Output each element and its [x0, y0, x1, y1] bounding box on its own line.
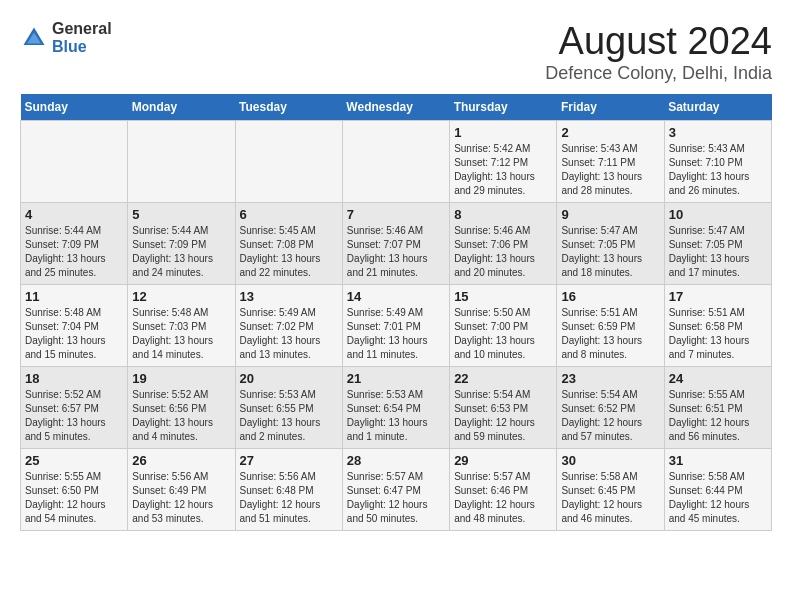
day-info: Sunrise: 5:56 AM Sunset: 6:49 PM Dayligh…	[132, 470, 230, 526]
day-info: Sunrise: 5:46 AM Sunset: 7:06 PM Dayligh…	[454, 224, 552, 280]
calendar-cell: 15Sunrise: 5:50 AM Sunset: 7:00 PM Dayli…	[450, 285, 557, 367]
day-info: Sunrise: 5:51 AM Sunset: 6:59 PM Dayligh…	[561, 306, 659, 362]
day-number: 2	[561, 125, 659, 140]
calendar-cell: 27Sunrise: 5:56 AM Sunset: 6:48 PM Dayli…	[235, 449, 342, 531]
day-number: 22	[454, 371, 552, 386]
day-number: 30	[561, 453, 659, 468]
day-number: 6	[240, 207, 338, 222]
day-info: Sunrise: 5:50 AM Sunset: 7:00 PM Dayligh…	[454, 306, 552, 362]
calendar-week-row: 11Sunrise: 5:48 AM Sunset: 7:04 PM Dayli…	[21, 285, 772, 367]
day-info: Sunrise: 5:49 AM Sunset: 7:02 PM Dayligh…	[240, 306, 338, 362]
day-number: 9	[561, 207, 659, 222]
day-info: Sunrise: 5:42 AM Sunset: 7:12 PM Dayligh…	[454, 142, 552, 198]
calendar-cell: 17Sunrise: 5:51 AM Sunset: 6:58 PM Dayli…	[664, 285, 771, 367]
calendar-cell: 31Sunrise: 5:58 AM Sunset: 6:44 PM Dayli…	[664, 449, 771, 531]
day-info: Sunrise: 5:52 AM Sunset: 6:56 PM Dayligh…	[132, 388, 230, 444]
logo-general-label: General	[52, 20, 112, 38]
day-info: Sunrise: 5:54 AM Sunset: 6:52 PM Dayligh…	[561, 388, 659, 444]
day-info: Sunrise: 5:53 AM Sunset: 6:55 PM Dayligh…	[240, 388, 338, 444]
day-info: Sunrise: 5:52 AM Sunset: 6:57 PM Dayligh…	[25, 388, 123, 444]
day-info: Sunrise: 5:55 AM Sunset: 6:50 PM Dayligh…	[25, 470, 123, 526]
calendar-cell: 21Sunrise: 5:53 AM Sunset: 6:54 PM Dayli…	[342, 367, 449, 449]
calendar-cell: 29Sunrise: 5:57 AM Sunset: 6:46 PM Dayli…	[450, 449, 557, 531]
day-info: Sunrise: 5:44 AM Sunset: 7:09 PM Dayligh…	[132, 224, 230, 280]
day-number: 31	[669, 453, 767, 468]
calendar-cell: 13Sunrise: 5:49 AM Sunset: 7:02 PM Dayli…	[235, 285, 342, 367]
day-number: 12	[132, 289, 230, 304]
location-title: Defence Colony, Delhi, India	[545, 63, 772, 84]
day-info: Sunrise: 5:43 AM Sunset: 7:11 PM Dayligh…	[561, 142, 659, 198]
header-wednesday: Wednesday	[342, 94, 449, 121]
day-number: 7	[347, 207, 445, 222]
calendar-cell: 3Sunrise: 5:43 AM Sunset: 7:10 PM Daylig…	[664, 121, 771, 203]
day-number: 15	[454, 289, 552, 304]
month-title: August 2024	[545, 20, 772, 63]
day-number: 13	[240, 289, 338, 304]
calendar-cell: 6Sunrise: 5:45 AM Sunset: 7:08 PM Daylig…	[235, 203, 342, 285]
calendar-cell: 4Sunrise: 5:44 AM Sunset: 7:09 PM Daylig…	[21, 203, 128, 285]
day-info: Sunrise: 5:57 AM Sunset: 6:46 PM Dayligh…	[454, 470, 552, 526]
day-info: Sunrise: 5:48 AM Sunset: 7:03 PM Dayligh…	[132, 306, 230, 362]
page-header: General Blue August 2024 Defence Colony,…	[20, 20, 772, 84]
day-info: Sunrise: 5:58 AM Sunset: 6:45 PM Dayligh…	[561, 470, 659, 526]
day-info: Sunrise: 5:45 AM Sunset: 7:08 PM Dayligh…	[240, 224, 338, 280]
calendar-week-row: 25Sunrise: 5:55 AM Sunset: 6:50 PM Dayli…	[21, 449, 772, 531]
calendar-cell: 30Sunrise: 5:58 AM Sunset: 6:45 PM Dayli…	[557, 449, 664, 531]
day-info: Sunrise: 5:51 AM Sunset: 6:58 PM Dayligh…	[669, 306, 767, 362]
calendar-cell: 19Sunrise: 5:52 AM Sunset: 6:56 PM Dayli…	[128, 367, 235, 449]
header-thursday: Thursday	[450, 94, 557, 121]
day-number: 16	[561, 289, 659, 304]
day-number: 28	[347, 453, 445, 468]
day-number: 17	[669, 289, 767, 304]
calendar-cell: 2Sunrise: 5:43 AM Sunset: 7:11 PM Daylig…	[557, 121, 664, 203]
logo-icon	[20, 24, 48, 52]
day-info: Sunrise: 5:58 AM Sunset: 6:44 PM Dayligh…	[669, 470, 767, 526]
day-info: Sunrise: 5:49 AM Sunset: 7:01 PM Dayligh…	[347, 306, 445, 362]
calendar-cell: 26Sunrise: 5:56 AM Sunset: 6:49 PM Dayli…	[128, 449, 235, 531]
day-number: 25	[25, 453, 123, 468]
calendar-week-row: 18Sunrise: 5:52 AM Sunset: 6:57 PM Dayli…	[21, 367, 772, 449]
calendar-cell: 10Sunrise: 5:47 AM Sunset: 7:05 PM Dayli…	[664, 203, 771, 285]
day-info: Sunrise: 5:54 AM Sunset: 6:53 PM Dayligh…	[454, 388, 552, 444]
calendar-cell: 28Sunrise: 5:57 AM Sunset: 6:47 PM Dayli…	[342, 449, 449, 531]
header-sunday: Sunday	[21, 94, 128, 121]
day-number: 19	[132, 371, 230, 386]
calendar-cell: 20Sunrise: 5:53 AM Sunset: 6:55 PM Dayli…	[235, 367, 342, 449]
day-info: Sunrise: 5:55 AM Sunset: 6:51 PM Dayligh…	[669, 388, 767, 444]
day-info: Sunrise: 5:43 AM Sunset: 7:10 PM Dayligh…	[669, 142, 767, 198]
calendar-cell: 22Sunrise: 5:54 AM Sunset: 6:53 PM Dayli…	[450, 367, 557, 449]
header-tuesday: Tuesday	[235, 94, 342, 121]
day-number: 23	[561, 371, 659, 386]
logo: General Blue	[20, 20, 112, 55]
logo-blue-label: Blue	[52, 38, 112, 56]
calendar-cell: 5Sunrise: 5:44 AM Sunset: 7:09 PM Daylig…	[128, 203, 235, 285]
day-number: 18	[25, 371, 123, 386]
day-info: Sunrise: 5:53 AM Sunset: 6:54 PM Dayligh…	[347, 388, 445, 444]
header-monday: Monday	[128, 94, 235, 121]
day-info: Sunrise: 5:46 AM Sunset: 7:07 PM Dayligh…	[347, 224, 445, 280]
header-friday: Friday	[557, 94, 664, 121]
calendar-cell: 9Sunrise: 5:47 AM Sunset: 7:05 PM Daylig…	[557, 203, 664, 285]
day-number: 27	[240, 453, 338, 468]
day-number: 14	[347, 289, 445, 304]
calendar-cell	[235, 121, 342, 203]
calendar-cell	[128, 121, 235, 203]
calendar-cell: 8Sunrise: 5:46 AM Sunset: 7:06 PM Daylig…	[450, 203, 557, 285]
header-saturday: Saturday	[664, 94, 771, 121]
day-number: 8	[454, 207, 552, 222]
calendar-cell: 25Sunrise: 5:55 AM Sunset: 6:50 PM Dayli…	[21, 449, 128, 531]
day-number: 5	[132, 207, 230, 222]
day-info: Sunrise: 5:57 AM Sunset: 6:47 PM Dayligh…	[347, 470, 445, 526]
day-number: 3	[669, 125, 767, 140]
day-info: Sunrise: 5:48 AM Sunset: 7:04 PM Dayligh…	[25, 306, 123, 362]
day-info: Sunrise: 5:47 AM Sunset: 7:05 PM Dayligh…	[669, 224, 767, 280]
day-info: Sunrise: 5:44 AM Sunset: 7:09 PM Dayligh…	[25, 224, 123, 280]
day-number: 11	[25, 289, 123, 304]
calendar-cell: 12Sunrise: 5:48 AM Sunset: 7:03 PM Dayli…	[128, 285, 235, 367]
calendar-cell: 23Sunrise: 5:54 AM Sunset: 6:52 PM Dayli…	[557, 367, 664, 449]
calendar-cell: 24Sunrise: 5:55 AM Sunset: 6:51 PM Dayli…	[664, 367, 771, 449]
calendar-cell	[21, 121, 128, 203]
day-number: 4	[25, 207, 123, 222]
calendar-cell: 7Sunrise: 5:46 AM Sunset: 7:07 PM Daylig…	[342, 203, 449, 285]
calendar-header-row: SundayMondayTuesdayWednesdayThursdayFrid…	[21, 94, 772, 121]
